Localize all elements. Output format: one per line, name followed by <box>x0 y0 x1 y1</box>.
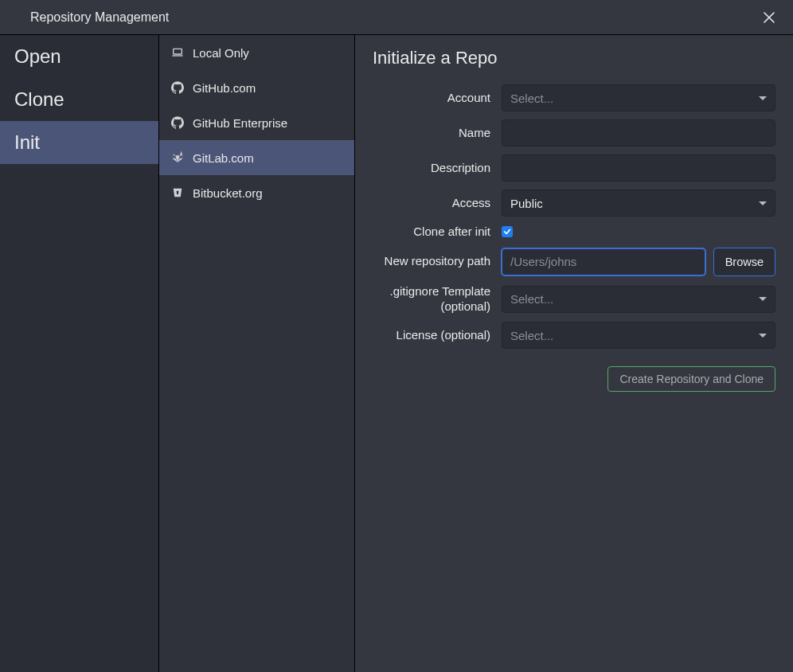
chevron-down-icon <box>759 297 767 301</box>
name-input[interactable] <box>502 119 775 147</box>
label-description: Description <box>373 161 490 176</box>
provider-github-enterprise[interactable]: GitHub Enterprise <box>159 105 354 140</box>
row-license: License (optional) Select... <box>373 322 775 349</box>
titlebar: Repository Management <box>0 0 793 35</box>
access-select-value: Public <box>510 197 543 210</box>
bitbucket-icon <box>170 186 185 200</box>
submit-row: Create Repository and Clone <box>373 366 775 392</box>
row-gitignore: .gitignore Template (optional) Select... <box>373 284 775 315</box>
provider-label: GitHub Enterprise <box>193 116 287 130</box>
tab-open[interactable]: Open <box>0 35 158 78</box>
gitlab-icon <box>170 150 185 165</box>
description-input[interactable] <box>502 154 775 182</box>
tab-init[interactable]: Init <box>0 121 158 164</box>
provider-bitbucket[interactable]: Bitbucket.org <box>159 175 354 210</box>
access-select[interactable]: Public <box>502 189 775 217</box>
laptop-icon <box>170 45 185 60</box>
row-description: Description <box>373 154 775 182</box>
provider-label: GitLab.com <box>193 151 254 165</box>
github-icon <box>170 80 185 95</box>
label-access: Access <box>373 196 490 211</box>
create-repo-button[interactable]: Create Repository and Clone <box>607 366 775 392</box>
label-gitignore: .gitignore Template (optional) <box>373 284 490 315</box>
row-repo-path: New repository path Browse <box>373 248 775 276</box>
label-account: Account <box>373 91 490 106</box>
provider-label: Bitbucket.org <box>193 186 263 200</box>
gitignore-select-value: Select... <box>510 292 553 306</box>
license-select-value: Select... <box>510 329 553 342</box>
provider-github[interactable]: GitHub.com <box>159 70 354 105</box>
repo-path-input[interactable] <box>502 248 705 275</box>
github-icon <box>170 115 185 130</box>
row-clone-after: Clone after init <box>373 225 775 240</box>
clone-after-checkbox[interactable] <box>502 226 513 237</box>
row-name: Name <box>373 119 775 147</box>
close-button[interactable] <box>758 6 780 29</box>
chevron-down-icon <box>759 334 767 338</box>
provider-list: Local Only GitHub.com GitHub Enterprise … <box>159 35 355 672</box>
account-select[interactable]: Select... <box>502 84 775 111</box>
account-select-value: Select... <box>510 92 553 105</box>
main-layout: Open Clone Init Local Only GitHub.com Gi… <box>0 35 793 672</box>
window-title: Repository Management <box>30 10 169 25</box>
chevron-down-icon <box>759 201 767 205</box>
check-icon <box>503 228 511 236</box>
svg-rect-0 <box>174 49 182 54</box>
tab-clone[interactable]: Clone <box>0 78 158 121</box>
row-access: Access Public <box>373 189 775 217</box>
browse-button[interactable]: Browse <box>713 248 775 276</box>
chevron-down-icon <box>759 96 767 100</box>
provider-label: Local Only <box>193 46 249 60</box>
panel-heading: Initialize a Repo <box>373 48 775 68</box>
content-panel: Initialize a Repo Account Select... Name <box>355 35 793 672</box>
close-icon <box>764 12 775 23</box>
label-clone-after: Clone after init <box>373 225 490 240</box>
license-select[interactable]: Select... <box>502 322 775 349</box>
label-repo-path: New repository path <box>373 254 490 269</box>
form: Account Select... Name Description <box>373 84 775 392</box>
row-account: Account Select... <box>373 84 775 111</box>
label-name: Name <box>373 126 490 141</box>
left-nav: Open Clone Init <box>0 35 159 672</box>
provider-local[interactable]: Local Only <box>159 35 354 70</box>
gitignore-select[interactable]: Select... <box>502 286 775 313</box>
provider-gitlab[interactable]: GitLab.com <box>159 140 354 175</box>
label-license: License (optional) <box>373 328 490 343</box>
provider-label: GitHub.com <box>193 81 256 95</box>
